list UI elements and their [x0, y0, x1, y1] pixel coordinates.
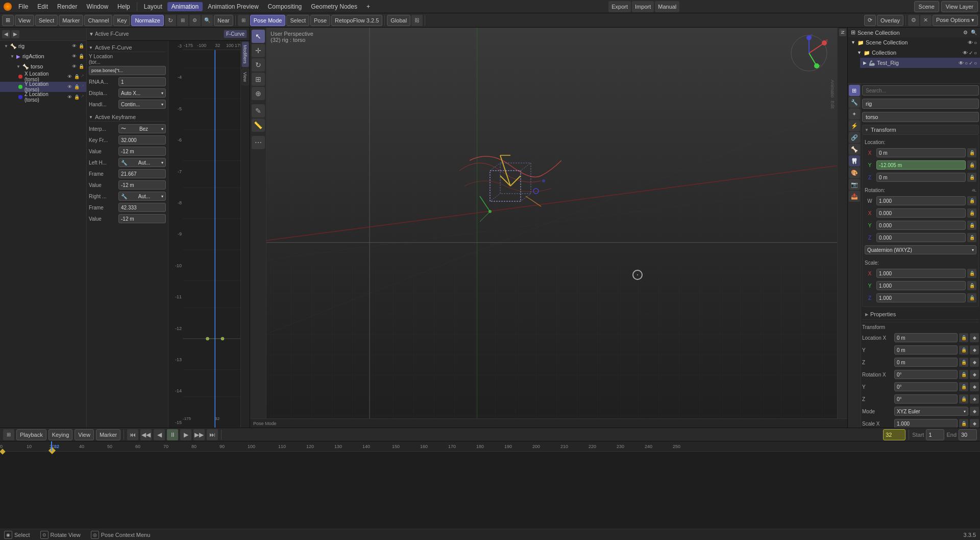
view-tab[interactable]: View	[241, 68, 249, 85]
rotate-tool[interactable]: ↻	[252, 58, 265, 72]
viewport-editor-type[interactable]: ⊞	[238, 15, 249, 26]
bone-scale-x-lock[interactable]: 🔒	[959, 419, 968, 428]
render-icon-btn[interactable]: 📷	[849, 179, 860, 190]
scale-x-lock[interactable]: 🔒	[967, 269, 976, 278]
left-handle-dropdown[interactable]: 🔧 Aut... ▾	[118, 158, 166, 167]
interp-dropdown[interactable]: 〜 Bez ▾	[118, 124, 166, 133]
render-icon-rig[interactable]: ○	[965, 60, 968, 66]
location-z-value[interactable]: 0 m	[876, 173, 966, 182]
workspace-compositing[interactable]: Compositing	[264, 2, 306, 11]
view-timeline-btn[interactable]: View	[75, 429, 94, 440]
lock-icon-yloc[interactable]: 🔒	[74, 84, 80, 90]
bone-loc-z-keyframe[interactable]: ◆	[970, 358, 979, 367]
eye-icon-torso[interactable]: 👁	[71, 63, 77, 69]
rotation-z-value[interactable]: 0.000	[876, 233, 966, 242]
display-dropdown[interactable]: Auto X... ▾	[118, 88, 166, 98]
menu-help[interactable]: Help	[113, 2, 134, 11]
bone-mode-dropdown[interactable]: XYZ Euler ▾	[894, 407, 968, 416]
jump-end-btn[interactable]: ⏭	[207, 429, 218, 440]
channel-yloc[interactable]: Y Location (torso) 👁 🔒 ↗	[0, 82, 86, 92]
marker-btn[interactable]: Marker	[96, 429, 120, 440]
bone-loc-x-keyframe[interactable]: ◆	[970, 333, 979, 342]
channel-torso[interactable]: ▼ 🦴 torso 👁 🔒	[12, 61, 86, 72]
bone-icon[interactable]: 🦷	[849, 155, 860, 167]
bone-rot-x-keyframe[interactable]: ◆	[970, 370, 979, 379]
rotation-w-value[interactable]: 1.000	[876, 196, 966, 205]
right-handle-dropdown[interactable]: 🔧 Aut... ▾	[118, 192, 166, 201]
add-workspace-btn[interactable]: +	[362, 2, 374, 11]
bone-loc-y-keyframe[interactable]: ◆	[970, 345, 979, 355]
menu-window[interactable]: Window	[82, 2, 112, 11]
modifier-props-icon[interactable]: 🔧	[849, 97, 860, 108]
bone-loc-z-val[interactable]: 0 m	[894, 358, 958, 367]
channel-xloc[interactable]: X Location (torso) 👁 🔒 ↗	[0, 72, 86, 82]
rot-z-lock[interactable]: 🔒	[967, 233, 976, 242]
outliner-collection[interactable]: ▼ 📁 Collection 👁 ✓ ○	[854, 48, 980, 58]
transform-section-header[interactable]: ▼ Transform	[862, 125, 979, 135]
bone-rot-y-lock[interactable]: 🔒	[959, 382, 968, 391]
channel-zloc[interactable]: Z Location (torso) 👁 🔒 ↗	[0, 92, 86, 102]
retopo-btn[interactable]: RetopoFlow 3.2.5	[331, 15, 382, 26]
n-panel-tab[interactable]: N	[839, 29, 846, 36]
transform-tool[interactable]: ⊕	[252, 87, 265, 100]
bone-scale-x-val[interactable]: 1.000	[894, 419, 958, 428]
bone-loc-y-val[interactable]: 0 m	[894, 345, 958, 355]
scale-tool[interactable]: ⊞	[252, 73, 265, 86]
loc-y-lock[interactable]: 🔒	[967, 160, 976, 170]
timeline-editor-type[interactable]: ⊞	[3, 429, 14, 440]
channel-rig[interactable]: ▼ 🦴 rig 👁 🔒	[0, 41, 86, 51]
loc-z-lock[interactable]: 🔒	[967, 173, 976, 182]
location-x-value[interactable]: 0 m	[876, 148, 966, 157]
lock-icon-rigaction[interactable]: 🔒	[78, 53, 84, 59]
editor-type-btn[interactable]: ⊞	[2, 15, 14, 26]
active-bone-field[interactable]: torso	[862, 112, 979, 122]
scene-selector[interactable]: Scene	[914, 1, 939, 12]
loc-x-lock[interactable]: 🔒	[967, 148, 976, 157]
eye-icon-rig[interactable]: 👁	[959, 60, 964, 66]
properties-search-input[interactable]	[862, 85, 979, 96]
eye-icon-rigaction[interactable]: 👁	[71, 53, 77, 59]
marker-menu[interactable]: Marker	[59, 15, 83, 26]
view-layer-selector[interactable]: View Layer	[941, 1, 978, 12]
viewport-pose[interactable]: Pose	[310, 15, 330, 26]
navigation-gizmo[interactable]: X Y Z	[789, 33, 829, 74]
eye-icon-yloc[interactable]: 👁	[66, 84, 72, 90]
right-value[interactable]: -12 m	[118, 214, 166, 223]
channel-header-arrow[interactable]: ◀	[2, 30, 10, 38]
bone-rot-y-keyframe[interactable]: ◆	[970, 382, 979, 391]
bone-loc-x-val[interactable]: 0 m	[894, 333, 958, 342]
channel-rigaction[interactable]: ▼ ▶ rigAction 👁 🔒	[6, 51, 86, 61]
menu-file[interactable]: File	[14, 2, 32, 11]
bone-loc-z-lock[interactable]: 🔒	[959, 358, 968, 367]
measure-tool[interactable]: 📏	[252, 119, 265, 132]
viewport-main[interactable]: X Y Z User Perspective (32) rig : torso	[250, 28, 847, 418]
rot-y-lock[interactable]: 🔒	[967, 221, 976, 230]
eye-icon-sc[interactable]: 👁	[968, 40, 973, 45]
modifiers-tab[interactable]: Modifiers	[241, 41, 249, 67]
lock-icon-zloc[interactable]: 🔒	[74, 94, 80, 100]
scale-z-value[interactable]: 1.000	[876, 293, 966, 302]
location-y-value[interactable]: -12.005 m	[876, 160, 966, 170]
lock-icon-rig[interactable]: 🔒	[78, 43, 84, 49]
constraints-icon[interactable]: 🔗	[849, 132, 860, 143]
step-forward-btn[interactable]: ▶▶	[193, 429, 205, 440]
playback-btn[interactable]: Playback	[16, 429, 46, 440]
rotation-x-value[interactable]: 0.000	[876, 208, 966, 218]
outliner-scene-collection[interactable]: ▼ 📁 Scene Collection 👁 ○	[848, 37, 980, 48]
move-tool[interactable]: ✛	[252, 44, 265, 57]
physics-icon[interactable]: ⚡	[849, 120, 860, 131]
cursor-tool[interactable]: ↖	[252, 30, 265, 43]
step-back-btn[interactable]: ◀◀	[140, 429, 152, 440]
chain-btn[interactable]: ⛓	[411, 15, 423, 26]
fcurve-side-tab-modifiers[interactable]: F-Curve	[224, 30, 247, 38]
checkbox-col[interactable]: ✓	[969, 50, 973, 56]
near-btn[interactable]: Near	[214, 15, 233, 26]
key-menu[interactable]: Key	[113, 15, 130, 26]
lock-icon-torso[interactable]: 🔒	[78, 63, 84, 69]
rot-x-lock[interactable]: 🔒	[967, 208, 976, 218]
right-frame-value[interactable]: 42.333	[118, 203, 166, 212]
keying-btn[interactable]: Keying	[48, 429, 73, 440]
pose-mode-btn[interactable]: Pose Mode	[250, 15, 286, 26]
viewport-select[interactable]: Select	[286, 15, 309, 26]
bone-loc-x-lock[interactable]: 🔒	[959, 333, 968, 342]
